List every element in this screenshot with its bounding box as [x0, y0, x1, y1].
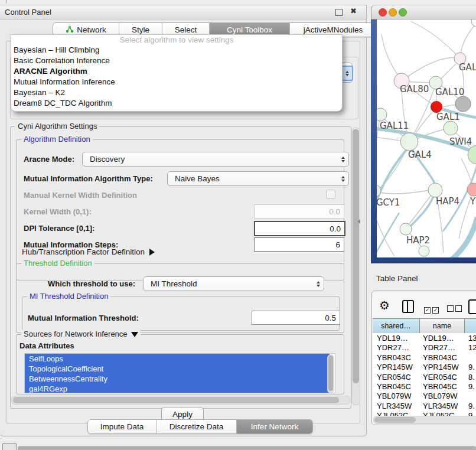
list-item[interactable]: TopologicalCoefficient — [25, 364, 330, 374]
stepper-icon[interactable] — [341, 66, 353, 81]
table-row[interactable]: YDR27…YDR27…12 — [373, 343, 476, 352]
node-gcy1[interactable] — [377, 185, 381, 197]
panel-title: Control Panel — [5, 8, 51, 17]
node-label: GAL — [459, 62, 476, 73]
dropdown-item-selected[interactable]: ARACNE Algorithm — [11, 66, 342, 77]
panel-resize-grip[interactable] — [357, 219, 360, 224]
tab-discretize-data[interactable]: Discretize Data — [157, 420, 237, 433]
table-row[interactable]: YPR145WYPR145W9. — [373, 362, 476, 371]
node-label: SWI4 — [449, 136, 472, 147]
manual-kernel-width-checkbox — [326, 190, 335, 199]
table-panel-window: ⚙ ✓✓ shared… name YDL19…YDL19…13 YDR27…Y… — [371, 291, 476, 425]
node-gal11[interactable] — [377, 108, 387, 121]
mi-algorithm-type-combobox[interactable]: Naive Bayes — [167, 171, 349, 186]
deselect-all-icon[interactable] — [447, 304, 464, 314]
dpi-tolerance-field[interactable]: 0.0 — [254, 221, 345, 236]
table-row[interactable]: YDL19…YDL19…13 — [373, 333, 476, 343]
mi-threshold-field[interactable]: 0.5 — [252, 311, 340, 325]
button-label: Apply — [172, 410, 193, 419]
list-item[interactable]: SelfLoops — [25, 354, 330, 364]
node-label: GAL10 — [435, 87, 464, 97]
bottom-corner-widget[interactable] — [2, 443, 17, 450]
node-label: HAP2 — [406, 235, 430, 246]
table-row[interactable]: YER054CYER054C8. — [373, 372, 476, 381]
new-column-icon[interactable] — [468, 299, 476, 314]
tab-infer-network[interactable]: Infer Network — [237, 420, 312, 433]
field-value: 6 — [335, 240, 340, 249]
node-hap2[interactable] — [400, 223, 412, 235]
group-title: MI Threshold Definition — [27, 292, 110, 301]
data-attributes-list[interactable]: SelfLoops TopologicalCoefficient Between… — [24, 353, 335, 393]
aracne-mode-label: Aracne Mode: — [24, 155, 74, 164]
list-scrollbar[interactable] — [327, 354, 334, 393]
node-label: GCY1 — [377, 197, 400, 208]
close-icon[interactable]: ✖ — [350, 6, 357, 15]
tab-label: Infer Network — [251, 422, 298, 431]
settings-vertical-scrollbar[interactable] — [351, 128, 360, 405]
which-threshold-combobox[interactable]: MI Threshold — [143, 276, 324, 291]
table-row[interactable]: YLR345WYLR345W9. — [373, 401, 476, 410]
tab-label: Select — [175, 25, 197, 34]
node-label: GAL11 — [380, 120, 409, 131]
node-label: GAL80 — [400, 84, 429, 94]
aracne-mode-combobox[interactable]: Discovery — [82, 152, 349, 167]
combo-value: Discovery — [90, 155, 125, 164]
table-row[interactable]: YBR043CYBR043C — [373, 353, 476, 362]
which-threshold-label: Which threshold to use: — [48, 279, 135, 288]
list-item[interactable]: gal4RGexp — [25, 384, 330, 393]
zoom-traffic-icon[interactable] — [399, 8, 407, 17]
node-partial-top[interactable] — [471, 18, 476, 27]
dropdown-item[interactable]: Bayesian – Hill Climbing — [11, 45, 342, 56]
dropdown-item[interactable]: Bayesian – K2 — [11, 87, 342, 98]
column-header-partial[interactable] — [465, 318, 476, 334]
mi-steps-field[interactable]: 6 — [254, 237, 344, 252]
section-label: Hub/Transcription Factor Definition — [22, 247, 145, 256]
dropdown-item[interactable]: Basic Correlation Inference — [11, 56, 342, 66]
node-salmon[interactable] — [467, 183, 476, 196]
manual-kernel-width-label: Manual Kernel Width Definition — [24, 191, 137, 200]
node-gal4[interactable] — [400, 133, 418, 151]
node-red-selected[interactable] — [431, 102, 442, 113]
tab-label: Discretize Data — [169, 422, 224, 431]
network-window-titlebar[interactable] — [371, 5, 476, 19]
table-panel-title: Table Panel — [376, 274, 418, 283]
node-hap4[interactable] — [428, 183, 442, 197]
table-rows[interactable]: YDL19…YDL19…13 YDR27…YDR27…12 YBR043CYBR… — [373, 333, 476, 416]
node-label: HAP4 — [436, 196, 459, 207]
network-view-canvas[interactable]: GAL GAL80 GAL10 GAL1 GAL11 GAL4 SWI4 GCY… — [377, 18, 476, 257]
settings-horizontal-scrollbar[interactable] — [11, 396, 350, 405]
column-header-name[interactable]: name — [420, 318, 465, 334]
minimize-traffic-icon[interactable] — [389, 8, 397, 17]
column-header-shared[interactable]: shared… — [373, 318, 420, 334]
tab-label: Network — [77, 25, 106, 34]
stepper-icon — [341, 176, 345, 182]
gear-icon[interactable]: ⚙ — [379, 298, 390, 312]
float-window-icon[interactable] — [335, 9, 343, 16]
kernel-width-label: Kernel Width (0,1): — [24, 207, 92, 216]
expand-arrow-icon — [149, 249, 155, 256]
collapse-arrow-icon[interactable] — [131, 332, 138, 337]
split-view-icon[interactable] — [402, 300, 414, 313]
table-row[interactable]: YBR045CYBR045C9. — [373, 381, 476, 391]
field-value: 0.0 — [329, 207, 340, 216]
field-value: 0.5 — [325, 314, 336, 322]
node-partial-bottom[interactable] — [419, 246, 429, 256]
node-gal1[interactable] — [444, 121, 458, 135]
table-row[interactable]: YJL052CYJL052C9. — [373, 410, 476, 416]
dropdown-item[interactable]: Dream8 DC_TDC Algorithm — [11, 98, 342, 109]
mi-threshold-label: Mutual Information Threshold: — [28, 314, 139, 322]
select-all-icon[interactable]: ✓✓ — [424, 304, 441, 314]
hub-tf-definition-toggle[interactable]: Hub/Transcription Factor Definition — [22, 247, 155, 256]
close-traffic-icon[interactable] — [379, 8, 387, 17]
tab-label: Cyni Toolbox — [227, 25, 272, 34]
list-item[interactable]: BetweennessCentrality — [25, 374, 330, 384]
network-icon — [66, 25, 74, 35]
tab-impute-data[interactable]: Impute Data — [88, 420, 157, 433]
kernel-width-field: 0.0 — [254, 204, 344, 219]
table-row[interactable]: YBL079WYBL079W — [373, 391, 476, 400]
tab-label: jActiveMNodules — [304, 25, 363, 34]
table-horizontal-scrollbar[interactable] — [373, 416, 476, 424]
node-swi4[interactable] — [468, 145, 476, 164]
dropdown-item[interactable]: Mutual Information Inference — [11, 77, 342, 87]
node-gray[interactable] — [455, 96, 471, 112]
